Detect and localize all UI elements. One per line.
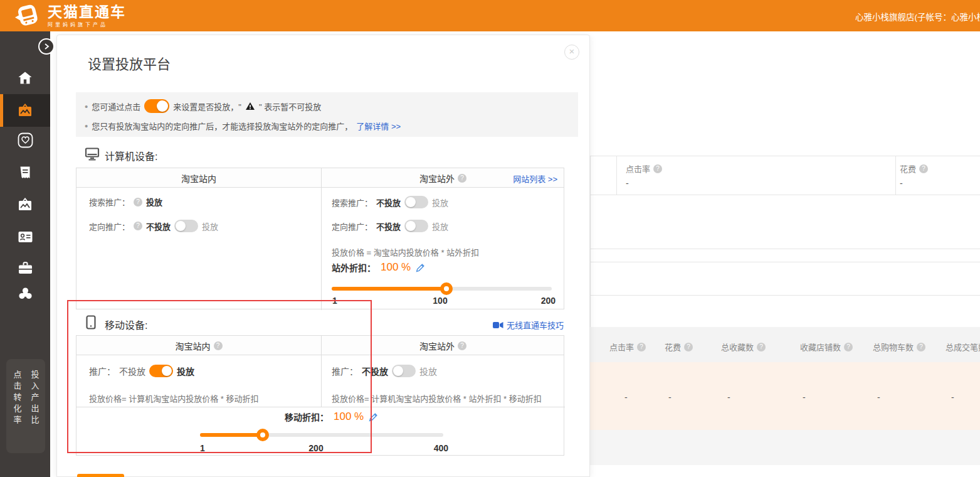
bullet-icon: • — [85, 101, 88, 112]
bg-col-label: 花费 — [665, 341, 681, 353]
summary-metric-label: 点击率 — [626, 163, 650, 174]
col-label: 淘宝站内 — [176, 340, 211, 352]
state-on-label: 投放 — [202, 220, 218, 232]
mobile-offsite-formula: 投放价格= 计算机淘宝站内投放价格 * 站外折扣 * 移动折扣 — [332, 392, 542, 404]
sidebar: 点击转化率 投入产出比 — [0, 31, 50, 477]
bg-col-header: 花费? — [665, 341, 693, 353]
briefcase-icon — [18, 261, 33, 275]
sidebar-item-report[interactable] — [0, 160, 50, 185]
sidebar-item-tools[interactable] — [0, 255, 50, 281]
summary-metric-value: - — [900, 178, 903, 188]
notice-text: 您只有投放淘宝站内的定向推广后，才能选择投放淘宝站外的定向推广， — [92, 120, 352, 132]
bg-col-header: 总成交笔数 — [946, 341, 980, 353]
bg-divider — [590, 249, 980, 249]
sidebar-item-apps[interactable] — [0, 281, 50, 306]
mobile-table: 淘宝站内 ? 淘宝站外 ? 推广： 不投放 投放 投放价格= 计算机淘宝站内投放… — [76, 335, 564, 456]
mobile-onsite-formula: 投放价格= 计算机淘宝站内投放价格 * 移动折扣 — [89, 392, 259, 404]
sidebar-item-home[interactable] — [0, 65, 50, 90]
help-icon[interactable]: ? — [844, 343, 853, 351]
edit-pencil-icon[interactable] — [369, 412, 378, 422]
computer-offsite-search-toggle[interactable] — [404, 196, 428, 208]
chevron-right-icon — [43, 43, 50, 50]
mobile-onsite-promo-toggle[interactable] — [149, 365, 173, 377]
discount-label: 移动折扣： — [285, 410, 329, 423]
sidebar-item-favorites[interactable] — [0, 127, 50, 153]
help-icon[interactable]: ? — [684, 343, 693, 351]
mobile-offsite-header: 淘宝站外 ? — [321, 336, 565, 355]
logo-text: 天猫直通车 阿里妈妈旗下产品 — [48, 4, 126, 28]
table-divider — [76, 407, 565, 407]
bg-divider — [590, 156, 980, 156]
bg-divider — [616, 156, 617, 195]
bg-cell: - — [727, 392, 730, 402]
help-icon[interactable]: ? — [134, 198, 142, 206]
notice-line-2: • 您只有投放淘宝站内的定向推广后，才能选择投放淘宝站外的定向推广， 了解详情 … — [85, 120, 401, 132]
state-on-label: 投放 — [177, 365, 194, 377]
sidebar-expand-button[interactable] — [38, 38, 55, 55]
table-divider — [321, 168, 322, 310]
mobile-offsite-promo-toggle[interactable] — [392, 365, 416, 377]
discount-label: 站外折扣： — [332, 261, 376, 274]
learn-more-link[interactable]: 了解详情 >> — [356, 120, 401, 132]
edit-pencil-icon[interactable] — [416, 263, 425, 272]
warning-icon — [245, 102, 255, 110]
help-icon[interactable]: ? — [214, 341, 223, 350]
metric-click-conversion: 点击转化率 — [11, 370, 23, 453]
help-icon[interactable]: ? — [458, 174, 466, 183]
summary-metric-label: 花费 — [900, 163, 916, 174]
sidebar-item-campaign-active[interactable] — [0, 94, 50, 127]
wireless-tips-link[interactable]: 无线直通车技巧 — [493, 319, 564, 331]
mobile-discount-slider[interactable] — [200, 433, 443, 437]
help-icon[interactable]: ? — [458, 341, 466, 350]
state-on-label: 投放 — [432, 220, 448, 232]
bg-cell: - — [624, 392, 628, 402]
close-icon[interactable]: × — [564, 45, 579, 60]
help-icon[interactable]: ? — [757, 343, 766, 351]
help-icon[interactable]: ? — [653, 164, 662, 173]
notice-text: 您可通过点击 — [92, 100, 140, 112]
mobile-discount-row: 移动折扣： 100 % — [285, 410, 378, 423]
account-name[interactable]: 心雅小栈旗舰店(子帐号：心雅小栈 — [855, 10, 980, 23]
help-icon[interactable]: ? — [134, 222, 142, 230]
help-icon[interactable]: ? — [919, 164, 928, 173]
row-label: 定向推广： — [89, 220, 130, 232]
sidebar-item-creative[interactable] — [0, 192, 50, 217]
website-list-link[interactable]: 网站列表 >> — [513, 173, 557, 185]
example-toggle[interactable] — [144, 99, 169, 113]
bg-cell: - — [668, 392, 672, 402]
help-icon[interactable]: ? — [637, 343, 646, 351]
bg-cell: - — [803, 392, 806, 402]
summary-metric-cost: 花费 ? — [900, 163, 928, 174]
bullet-icon: • — [85, 121, 88, 131]
app-logo[interactable]: 天猫直通车 阿里妈妈旗下产品 — [14, 2, 126, 29]
row-label: 推广： — [89, 365, 115, 377]
mobile-onsite-header: 淘宝站内 ? — [76, 336, 321, 355]
computer-onsite-target-toggle[interactable] — [174, 220, 198, 232]
sidebar-metrics-box[interactable]: 点击转化率 投入产出比 — [6, 359, 45, 453]
id-card-icon — [18, 230, 33, 244]
report-icon — [18, 166, 32, 180]
row-label: 搜索推广： — [332, 196, 372, 208]
app-title: 天猫直通车 — [48, 4, 126, 20]
bg-table-row[interactable] — [590, 430, 980, 465]
col-label: 淘宝站外 — [419, 172, 455, 185]
row-value: 投放 — [146, 196, 162, 208]
slider-tick-max: 400 — [423, 443, 448, 453]
computer-onsite-target-row: 定向推广： ? 不投放 投放 — [89, 220, 218, 232]
bg-col-header: 总收藏数? — [721, 341, 766, 353]
bg-divider — [590, 156, 591, 327]
computer-offsite-target-toggle[interactable] — [404, 220, 428, 232]
bg-divider — [895, 156, 896, 195]
heart-icon — [18, 132, 33, 148]
slider-tick-min: 1 — [332, 296, 337, 306]
confirm-button[interactable] — [77, 474, 124, 477]
sidebar-item-account[interactable] — [0, 224, 50, 249]
help-icon[interactable]: ? — [917, 343, 925, 351]
bg-table-row[interactable] — [590, 362, 980, 430]
computer-icon — [85, 147, 100, 161]
mobile-slider-handle[interactable] — [256, 429, 269, 441]
bg-col-header: 点击率? — [609, 341, 646, 353]
computer-offsite-slider-handle[interactable] — [440, 282, 453, 295]
app-root: 点击率 ? - 花费 ? - 点击率? 花费? 总收藏数? 收藏店铺数? 总购物… — [0, 0, 980, 477]
bg-col-label: 总成交笔数 — [946, 341, 980, 353]
